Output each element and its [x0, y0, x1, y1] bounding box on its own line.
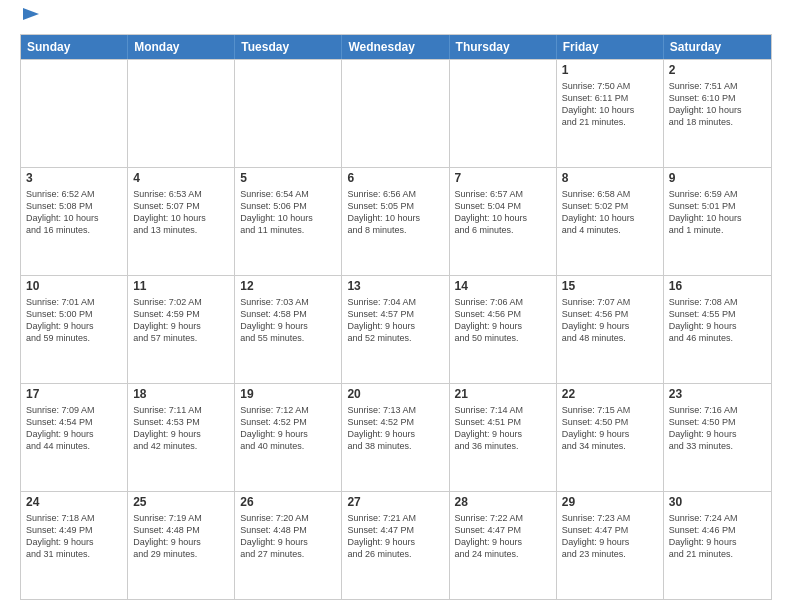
day-cell-22: 22Sunrise: 7:15 AM Sunset: 4:50 PM Dayli…: [557, 384, 664, 491]
empty-cell: [21, 60, 128, 167]
day-cell-23: 23Sunrise: 7:16 AM Sunset: 4:50 PM Dayli…: [664, 384, 771, 491]
day-number: 17: [26, 387, 122, 403]
day-cell-21: 21Sunrise: 7:14 AM Sunset: 4:51 PM Dayli…: [450, 384, 557, 491]
day-info: Sunrise: 6:57 AM Sunset: 5:04 PM Dayligh…: [455, 188, 551, 237]
day-number: 14: [455, 279, 551, 295]
day-info: Sunrise: 7:24 AM Sunset: 4:46 PM Dayligh…: [669, 512, 766, 561]
day-number: 29: [562, 495, 658, 511]
day-cell-9: 9Sunrise: 6:59 AM Sunset: 5:01 PM Daylig…: [664, 168, 771, 275]
day-info: Sunrise: 7:09 AM Sunset: 4:54 PM Dayligh…: [26, 404, 122, 453]
day-info: Sunrise: 6:54 AM Sunset: 5:06 PM Dayligh…: [240, 188, 336, 237]
week-row-4: 24Sunrise: 7:18 AM Sunset: 4:49 PM Dayli…: [21, 491, 771, 599]
day-info: Sunrise: 7:07 AM Sunset: 4:56 PM Dayligh…: [562, 296, 658, 345]
week-row-0: 1Sunrise: 7:50 AM Sunset: 6:11 PM Daylig…: [21, 59, 771, 167]
day-number: 1: [562, 63, 658, 79]
day-cell-27: 27Sunrise: 7:21 AM Sunset: 4:47 PM Dayli…: [342, 492, 449, 599]
day-cell-12: 12Sunrise: 7:03 AM Sunset: 4:58 PM Dayli…: [235, 276, 342, 383]
day-number: 20: [347, 387, 443, 403]
empty-cell: [235, 60, 342, 167]
day-cell-4: 4Sunrise: 6:53 AM Sunset: 5:07 PM Daylig…: [128, 168, 235, 275]
day-number: 25: [133, 495, 229, 511]
day-cell-19: 19Sunrise: 7:12 AM Sunset: 4:52 PM Dayli…: [235, 384, 342, 491]
day-header-wednesday: Wednesday: [342, 35, 449, 59]
day-info: Sunrise: 7:06 AM Sunset: 4:56 PM Dayligh…: [455, 296, 551, 345]
day-number: 19: [240, 387, 336, 403]
day-cell-8: 8Sunrise: 6:58 AM Sunset: 5:02 PM Daylig…: [557, 168, 664, 275]
day-info: Sunrise: 7:12 AM Sunset: 4:52 PM Dayligh…: [240, 404, 336, 453]
day-number: 7: [455, 171, 551, 187]
day-cell-16: 16Sunrise: 7:08 AM Sunset: 4:55 PM Dayli…: [664, 276, 771, 383]
svg-marker-0: [23, 8, 39, 20]
day-cell-29: 29Sunrise: 7:23 AM Sunset: 4:47 PM Dayli…: [557, 492, 664, 599]
day-number: 11: [133, 279, 229, 295]
day-number: 15: [562, 279, 658, 295]
day-number: 24: [26, 495, 122, 511]
day-info: Sunrise: 7:51 AM Sunset: 6:10 PM Dayligh…: [669, 80, 766, 129]
day-cell-14: 14Sunrise: 7:06 AM Sunset: 4:56 PM Dayli…: [450, 276, 557, 383]
day-cell-20: 20Sunrise: 7:13 AM Sunset: 4:52 PM Dayli…: [342, 384, 449, 491]
page: SundayMondayTuesdayWednesdayThursdayFrid…: [0, 0, 792, 612]
day-cell-6: 6Sunrise: 6:56 AM Sunset: 5:05 PM Daylig…: [342, 168, 449, 275]
calendar-header: SundayMondayTuesdayWednesdayThursdayFrid…: [21, 35, 771, 59]
day-header-thursday: Thursday: [450, 35, 557, 59]
empty-cell: [128, 60, 235, 167]
day-info: Sunrise: 7:13 AM Sunset: 4:52 PM Dayligh…: [347, 404, 443, 453]
day-number: 4: [133, 171, 229, 187]
day-cell-30: 30Sunrise: 7:24 AM Sunset: 4:46 PM Dayli…: [664, 492, 771, 599]
day-number: 30: [669, 495, 766, 511]
day-header-tuesday: Tuesday: [235, 35, 342, 59]
day-number: 3: [26, 171, 122, 187]
logo: [20, 16, 39, 26]
day-number: 5: [240, 171, 336, 187]
day-info: Sunrise: 6:53 AM Sunset: 5:07 PM Dayligh…: [133, 188, 229, 237]
day-header-monday: Monday: [128, 35, 235, 59]
day-number: 8: [562, 171, 658, 187]
day-info: Sunrise: 7:11 AM Sunset: 4:53 PM Dayligh…: [133, 404, 229, 453]
logo-icon: [23, 8, 39, 26]
calendar-body: 1Sunrise: 7:50 AM Sunset: 6:11 PM Daylig…: [21, 59, 771, 599]
day-number: 23: [669, 387, 766, 403]
day-info: Sunrise: 7:23 AM Sunset: 4:47 PM Dayligh…: [562, 512, 658, 561]
day-cell-10: 10Sunrise: 7:01 AM Sunset: 5:00 PM Dayli…: [21, 276, 128, 383]
day-cell-25: 25Sunrise: 7:19 AM Sunset: 4:48 PM Dayli…: [128, 492, 235, 599]
day-header-friday: Friday: [557, 35, 664, 59]
day-number: 26: [240, 495, 336, 511]
day-number: 2: [669, 63, 766, 79]
day-info: Sunrise: 7:08 AM Sunset: 4:55 PM Dayligh…: [669, 296, 766, 345]
day-number: 9: [669, 171, 766, 187]
day-info: Sunrise: 7:04 AM Sunset: 4:57 PM Dayligh…: [347, 296, 443, 345]
day-number: 6: [347, 171, 443, 187]
day-info: Sunrise: 7:19 AM Sunset: 4:48 PM Dayligh…: [133, 512, 229, 561]
day-number: 28: [455, 495, 551, 511]
day-info: Sunrise: 7:15 AM Sunset: 4:50 PM Dayligh…: [562, 404, 658, 453]
day-info: Sunrise: 7:21 AM Sunset: 4:47 PM Dayligh…: [347, 512, 443, 561]
day-number: 27: [347, 495, 443, 511]
calendar: SundayMondayTuesdayWednesdayThursdayFrid…: [20, 34, 772, 600]
day-info: Sunrise: 6:59 AM Sunset: 5:01 PM Dayligh…: [669, 188, 766, 237]
day-cell-15: 15Sunrise: 7:07 AM Sunset: 4:56 PM Dayli…: [557, 276, 664, 383]
empty-cell: [342, 60, 449, 167]
empty-cell: [450, 60, 557, 167]
day-info: Sunrise: 7:20 AM Sunset: 4:48 PM Dayligh…: [240, 512, 336, 561]
day-info: Sunrise: 7:02 AM Sunset: 4:59 PM Dayligh…: [133, 296, 229, 345]
day-info: Sunrise: 7:03 AM Sunset: 4:58 PM Dayligh…: [240, 296, 336, 345]
day-number: 12: [240, 279, 336, 295]
header: [20, 16, 772, 26]
day-info: Sunrise: 6:52 AM Sunset: 5:08 PM Dayligh…: [26, 188, 122, 237]
day-info: Sunrise: 7:18 AM Sunset: 4:49 PM Dayligh…: [26, 512, 122, 561]
day-cell-3: 3Sunrise: 6:52 AM Sunset: 5:08 PM Daylig…: [21, 168, 128, 275]
day-cell-7: 7Sunrise: 6:57 AM Sunset: 5:04 PM Daylig…: [450, 168, 557, 275]
day-number: 13: [347, 279, 443, 295]
day-cell-26: 26Sunrise: 7:20 AM Sunset: 4:48 PM Dayli…: [235, 492, 342, 599]
day-number: 10: [26, 279, 122, 295]
day-number: 22: [562, 387, 658, 403]
week-row-2: 10Sunrise: 7:01 AM Sunset: 5:00 PM Dayli…: [21, 275, 771, 383]
day-cell-17: 17Sunrise: 7:09 AM Sunset: 4:54 PM Dayli…: [21, 384, 128, 491]
day-number: 16: [669, 279, 766, 295]
day-info: Sunrise: 7:22 AM Sunset: 4:47 PM Dayligh…: [455, 512, 551, 561]
day-number: 21: [455, 387, 551, 403]
day-cell-1: 1Sunrise: 7:50 AM Sunset: 6:11 PM Daylig…: [557, 60, 664, 167]
day-cell-18: 18Sunrise: 7:11 AM Sunset: 4:53 PM Dayli…: [128, 384, 235, 491]
day-info: Sunrise: 7:14 AM Sunset: 4:51 PM Dayligh…: [455, 404, 551, 453]
day-info: Sunrise: 6:56 AM Sunset: 5:05 PM Dayligh…: [347, 188, 443, 237]
